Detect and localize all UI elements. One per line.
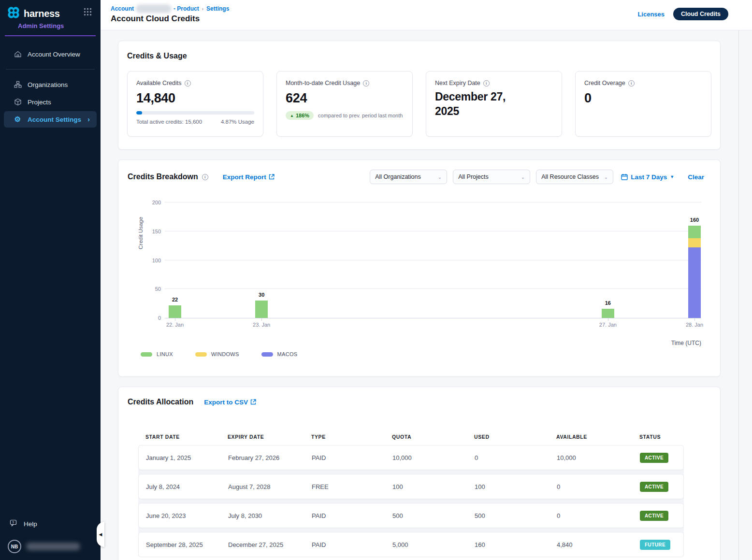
table-body: January 1, 2025February 27, 2026PAID10,0… — [138, 445, 684, 557]
sidebar: harness Admin Settings Account Overview — [0, 0, 101, 560]
app-grid-icon[interactable] — [84, 8, 92, 18]
info-icon[interactable]: i — [363, 80, 369, 86]
breadcrumb-account-link[interactable]: Account — [111, 5, 134, 12]
breadcrumb-redacted — [136, 4, 172, 13]
mtd-usage-card: Month-to-date Credit Usagei 624 ▲186% co… — [276, 71, 413, 137]
bar-segment-windows[interactable] — [688, 238, 701, 247]
home-icon — [14, 50, 22, 58]
sidebar-divider — [6, 69, 95, 70]
external-link-icon — [250, 399, 256, 405]
y-tick-label: 0 — [143, 315, 161, 321]
bar-segment-linux[interactable] — [255, 301, 268, 318]
info-icon[interactable]: i — [628, 80, 635, 86]
table-row[interactable]: January 1, 2025February 27, 2026PAID10,0… — [138, 445, 684, 470]
card-label: Month-to-date Credit Usage — [286, 80, 360, 86]
licenses-link[interactable]: Licenses — [637, 11, 665, 18]
allocation-table: START DATE EXPIRY DATE TYPE QUOTA USED A… — [138, 429, 684, 557]
export-csv-link[interactable]: Export to CSV — [204, 399, 256, 406]
credits-breakdown-panel: Credits Breakdown i Export Report All Or… — [118, 159, 721, 377]
arrow-up-icon: ▲ — [290, 114, 294, 118]
status-badge: FUTURE — [640, 540, 670, 550]
project-filter-select[interactable]: All Projects⌄ — [453, 170, 530, 184]
organizations-icon — [14, 81, 22, 88]
usage-percent: 4.87% Usage — [221, 119, 254, 125]
legend-item-linux[interactable]: LINUX — [141, 351, 173, 357]
col-quota: QUOTA — [385, 434, 467, 440]
bar-segment-linux[interactable] — [688, 226, 701, 238]
bar-segment-macos[interactable] — [688, 247, 701, 318]
mtd-usage-value: 624 — [286, 91, 404, 106]
status-badge: ACTIVE — [640, 453, 668, 463]
info-icon[interactable]: i — [185, 80, 191, 86]
bar-segment-linux[interactable] — [602, 309, 614, 318]
caret-down-icon: ▼ — [670, 174, 674, 179]
bar-total-label: 16 — [593, 300, 622, 306]
x-tick-mark — [608, 318, 608, 321]
y-tick-label: 100 — [143, 258, 161, 263]
bar-total-label: 22 — [160, 297, 189, 302]
info-icon[interactable]: i — [202, 174, 208, 180]
user-account-row[interactable]: NB — [0, 540, 101, 553]
info-icon[interactable]: i — [483, 80, 490, 86]
breadcrumb: Account - Product › Settings — [111, 4, 229, 13]
chevron-down-icon: ⌄ — [438, 174, 442, 180]
table-row[interactable]: September 28, 2025December 27, 2025PAID5… — [138, 532, 684, 557]
next-expiry-value: December 27, 2025 — [435, 90, 532, 119]
sidebar-bottom: ? Help NB — [0, 516, 101, 560]
clear-filters-button[interactable]: Clear — [688, 173, 704, 181]
help-button[interactable]: ? Help — [0, 516, 101, 532]
resource-class-filter-select[interactable]: All Resource Classes⌄ — [536, 170, 613, 184]
sidebar-collapse-handle[interactable]: ◀ — [97, 522, 104, 547]
legend-label: WINDOWS — [211, 351, 239, 357]
y-tick-label: 150 — [143, 229, 161, 234]
legend-label: LINUX — [157, 351, 173, 357]
usage-progress-bar — [136, 111, 254, 115]
gridline — [165, 231, 701, 231]
sidebar-item-projects[interactable]: Projects — [4, 94, 97, 110]
table-row[interactable]: June 20, 2023July 8, 2030PAID5005000 ACT… — [138, 503, 684, 528]
legend-label: MACOS — [277, 351, 298, 357]
legend-swatch — [261, 352, 273, 357]
bar-segment-linux[interactable] — [169, 305, 181, 318]
legend-item-windows[interactable]: WINDOWS — [195, 351, 239, 357]
gear-icon: ⚙ — [14, 115, 22, 124]
export-report-link[interactable]: Export Report — [223, 173, 275, 181]
status-badge: ACTIVE — [640, 482, 668, 492]
card-label: Credit Overage — [584, 80, 625, 86]
sidebar-item-account-settings[interactable]: ⚙ Account Settings › — [4, 111, 97, 128]
date-range-picker[interactable]: Last 7 Days ▼ — [621, 173, 674, 181]
status-badge: ACTIVE — [640, 511, 668, 521]
sidebar-item-account-overview[interactable]: Account Overview — [4, 46, 97, 62]
breadcrumb-product-link[interactable]: - Product — [174, 5, 199, 12]
credits-usage-panel: Credits & Usage Available Creditsi 14,84… — [118, 41, 721, 150]
credit-overage-card: Credit Overagei 0 — [575, 71, 711, 137]
legend-swatch — [195, 352, 207, 357]
table-row[interactable]: July 8, 2024August 7, 2028FREE1001000 AC… — [138, 474, 684, 499]
x-tick-mark — [175, 318, 175, 321]
sidebar-item-label: Organizations — [28, 81, 68, 88]
credits-allocation-title: Credits Allocation — [128, 398, 193, 406]
org-filter-select[interactable]: All Organizations⌄ — [370, 170, 447, 184]
breadcrumb-settings-link[interactable]: Settings — [206, 5, 229, 12]
admin-settings-label: Admin Settings — [18, 22, 94, 29]
page-title: Account Cloud Credits — [111, 14, 200, 24]
delta-note: compared to prev. period last month — [318, 113, 403, 118]
x-tick-mark — [694, 318, 695, 321]
brand-name: harness — [24, 8, 60, 19]
avatar[interactable]: NB — [8, 540, 21, 553]
gridline — [165, 202, 701, 202]
chevron-right-icon: › — [87, 115, 90, 123]
cloud-credits-button[interactable]: Cloud Credits — [673, 8, 728, 20]
next-expiry-card: Next Expiry Datei December 27, 2025 — [426, 71, 562, 137]
x-tick-label: 28. Jan — [678, 322, 711, 328]
table-header-row: START DATE EXPIRY DATE TYPE QUOTA USED A… — [138, 429, 684, 445]
breadcrumb-separator-icon: › — [202, 6, 203, 12]
calendar-icon — [621, 173, 628, 180]
x-axis-label: Time (UTC) — [671, 340, 701, 346]
credit-overage-value: 0 — [584, 91, 702, 106]
legend-item-macos[interactable]: MACOS — [261, 351, 298, 357]
y-tick-label: 200 — [143, 200, 161, 205]
sidebar-nav: Account Overview Organizations Projects … — [0, 45, 101, 129]
x-tick-label: 23. Jan — [245, 322, 278, 328]
sidebar-item-organizations[interactable]: Organizations — [4, 76, 97, 93]
